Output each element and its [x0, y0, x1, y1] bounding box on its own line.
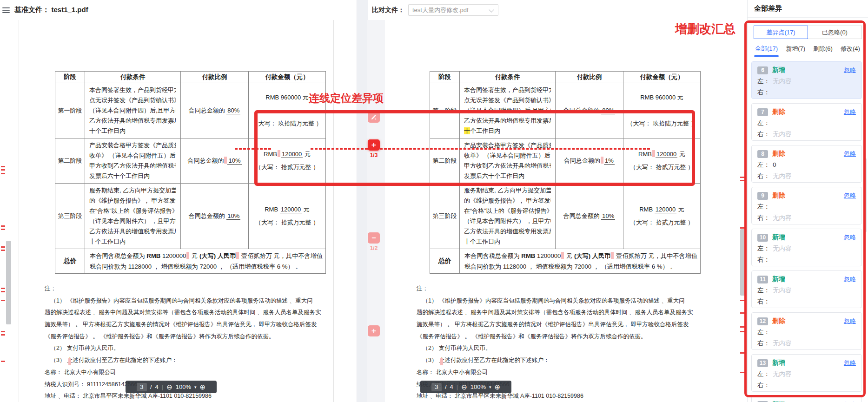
diff-filter[interactable]: 全部(17) — [755, 45, 778, 57]
hamburger-menu-icon[interactable] — [2, 7, 10, 13]
diff-tab[interactable]: 已忽略(0) — [808, 26, 862, 39]
ignore-link[interactable]: 忽略 — [844, 108, 856, 116]
compare-document-viewer: 阶段 付款条件 付款比例 付款金额（元） 第一阶段 本合同签署生效，产品到货经甲… — [367, 20, 747, 402]
table-row: 第二阶段 产品安装合格甲方签发《产品质量验收单》 （详见本合同附件五）后，且甲方… — [430, 138, 701, 184]
diff-position-tick — [1, 300, 5, 301]
ignore-link[interactable]: 忽略 — [844, 150, 856, 158]
page-border-right — [333, 20, 334, 402]
diff-type-label: 新增 — [772, 233, 785, 242]
diff-card[interactable]: 9 删除 忽略 左： 右：无内容 — [751, 187, 862, 224]
compare-file-select-value: test大量内容修改.pdf — [412, 6, 469, 14]
ignore-link[interactable]: 忽略 — [844, 275, 856, 283]
diff-tab[interactable]: 差异点(17) — [754, 26, 808, 39]
ignore-link[interactable]: 忽略 — [844, 317, 856, 325]
base-scrollbar-thumb[interactable] — [6, 241, 11, 324]
condition-line: 服务期结束, 乙方向甲方提交加盖公章 — [89, 185, 176, 196]
condition-cell: 本合同签署生效，产品到货经甲方清点无误并签发《产品到货确认书》（详见本合同附件四… — [460, 83, 556, 138]
diff-connector-line — [311, 148, 368, 150]
total-label-cell: 总价 — [430, 249, 460, 274]
condition-line: （详见本合同附件六） ，且甲方收到 — [89, 216, 176, 226]
diff-position-tick — [740, 227, 746, 229]
col-header: 阶段 — [430, 72, 460, 83]
zoom-dropdown-caret-icon[interactable]: ▾ — [194, 385, 197, 389]
diff-position-tick — [1, 291, 5, 292]
condition-line: 在“合格”以上的《服务评估报告》 — [464, 206, 551, 216]
diff-index-badge: 12 — [757, 317, 768, 325]
ignore-link[interactable]: 忽略 — [844, 191, 856, 200]
base-file-label: 基准文件： — [14, 6, 49, 13]
bar-divider: | — [457, 383, 458, 390]
col-header: 付款金额（元） — [623, 72, 701, 83]
note-line: （3） 上述付款应付至乙方在此指定的下述账户： — [45, 355, 321, 367]
diff-position-tick — [740, 300, 746, 301]
diff-card[interactable]: 10 新增 忽略 左：无内容 右： — [751, 229, 862, 266]
diff-left-value: 左： — [757, 328, 856, 336]
diff-type-label: 新增 — [772, 275, 785, 283]
condition-line: （详见本合同附件四）后,且甲方收到 — [464, 105, 551, 116]
diff-filter[interactable]: 修改(4) — [841, 45, 860, 57]
condition-line: 点无误并签发《产品到货确认书》 — [89, 95, 176, 105]
note-line: 《服务评估报告》 。 《维护服务报告》和《服务评估报告》将作为双方后续合作的依据… — [45, 331, 321, 343]
diff-card[interactable]: 8 删除 忽略 左：0 右：无内容 — [751, 145, 862, 183]
diff-position-tick — [740, 372, 746, 373]
add-diff-button[interactable]: ＋ — [368, 325, 380, 336]
diff-card[interactable]: 6 新增 忽略 左：无内容 右： — [751, 61, 862, 99]
zoom-in-icon[interactable]: ⊕ — [200, 383, 206, 390]
zoom-out-icon[interactable]: ⊖ — [166, 383, 172, 390]
table-header-row: 阶段 付款条件 付款比例 付款金额（元） — [55, 72, 326, 83]
zoom-out-icon[interactable]: ⊖ — [461, 383, 467, 390]
compare-file-select[interactable]: test大量内容修改.pdf — [408, 4, 498, 16]
ignore-link[interactable]: 忽略 — [844, 66, 856, 74]
diff-right-value: 右：无内容 — [757, 130, 856, 138]
annotate-pen-icon — [371, 114, 377, 120]
table-row: 第三阶段 服务期结束, 乙方向甲方提交加盖公章的《维护服务报告》， 甲方签发等级… — [55, 184, 326, 249]
next-diff-button[interactable]: ＋ — [368, 139, 380, 151]
diff-card[interactable]: 14 新增 忽略 左： 右： — [751, 396, 862, 402]
stage-cell: 第一阶段 — [430, 83, 460, 138]
base-document-viewer: 阶段 付款条件 付款比例 付款金额（元） 第一阶段 本合同签署生效，产品到货经甲… — [0, 20, 357, 402]
diff-card[interactable]: 11 新增 忽略 左：无内容 右： — [751, 270, 862, 308]
condition-line: 甲方收到乙方依法开具的增值税专用 — [464, 161, 551, 171]
diff-card[interactable]: 7 删除 忽略 左： 右：无内容 — [751, 103, 862, 141]
table-row: 第三阶段 服务期结束, 乙方向甲方提交加盖公章的《维护服务报告》， 甲方签发等级… — [430, 184, 701, 249]
diff-mark — [186, 252, 189, 259]
prev-diff-button[interactable]: − — [368, 232, 380, 244]
diff-left-value: 左：无内容 — [757, 77, 856, 86]
annotate-pen-button[interactable] — [368, 112, 380, 123]
note-line: 注： — [45, 283, 321, 295]
zoom-dropdown-caret-icon[interactable]: ▾ — [489, 385, 491, 389]
panel-divider — [357, 0, 368, 402]
ignore-link[interactable]: 忽略 — [844, 233, 856, 242]
compare-scrollbar-thumb[interactable] — [740, 229, 746, 296]
condition-line: 十个工作日内 — [89, 126, 176, 136]
diff-left-value: 左：无内容 — [757, 370, 856, 378]
diff-card[interactable]: 13 新增 忽略 左：无内容 右： — [751, 354, 862, 392]
diff-type-label: 删除 — [772, 317, 785, 325]
page-number-input[interactable]: 3 — [137, 383, 147, 391]
note-line: （1） 《维护服务报告》内容应当包括服务期间的与合同相关条款对应的各项服务活动的… — [45, 295, 321, 307]
condition-line: 收单》 （详见本合同附件五）后，且 — [464, 151, 551, 161]
diff-position-tick — [1, 288, 5, 289]
sidebar-scrollbar-thumb[interactable] — [864, 158, 867, 232]
diff-filter[interactable]: 删除(6) — [813, 45, 833, 57]
ignore-link[interactable]: 忽略 — [844, 359, 856, 367]
col-header: 阶段 — [55, 72, 85, 83]
diff-left-value: 左： — [757, 203, 856, 211]
payment-schedule-table: 阶段 付款条件 付款比例 付款金额（元） 第一阶段 本合同签署生效，产品到货经甲… — [430, 71, 701, 274]
condition-line: 的《维护服务报告》， 甲方签发等级 — [464, 196, 551, 206]
condition-line: 十个工作日内 — [464, 126, 551, 136]
page-border-left — [19, 20, 19, 402]
diff-filter[interactable]: 新增(7) — [786, 45, 805, 57]
diff-card[interactable]: 12 删除 忽略 左： 右：无内容 — [751, 312, 862, 350]
note-line: 施效果等） 。 甲方将根据乙方实施服务的情况对《维护评估报告》出具评估意见， 即… — [417, 319, 693, 331]
diff-filters: 全部(17)新增(7)删除(6)修改(4) — [755, 45, 866, 57]
zoom-in-icon[interactable]: ⊕ — [495, 383, 501, 390]
page-total: 4 — [450, 383, 453, 390]
compare-file-bar: 比对文件： test大量内容修改.pdf — [367, 0, 747, 20]
table-row: 第二阶段 产品安装合格甲方签发《产品质量验收单》 （详见本合同附件五）后，且甲方… — [55, 138, 326, 184]
page-number-input[interactable]: 3 — [431, 383, 442, 391]
condition-line: 乙方依法开具的增值税专用发票后六 — [89, 226, 176, 237]
diff-position-tick — [1, 250, 5, 251]
diff-type-label: 新增 — [772, 359, 785, 367]
total-cell: 本合同含税总金额为 RMB 1200000 元 (大写) 人民币 壹佰贰拾万 元… — [460, 249, 701, 274]
